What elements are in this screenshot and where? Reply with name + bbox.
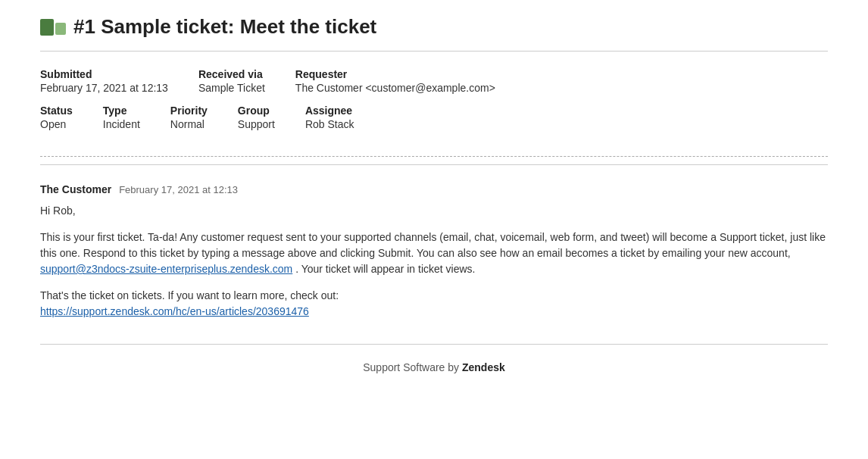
- group-label: Group: [238, 105, 275, 117]
- submitted-item: Submitted February 17, 2021 at 12:13: [40, 68, 168, 94]
- message-author: The Customer: [40, 183, 111, 195]
- conversation-section: The Customer February 17, 2021 at 12:13 …: [40, 171, 828, 338]
- header-divider: [40, 51, 828, 52]
- footer: Support Software by Zendesk: [40, 351, 828, 381]
- status-value: Open: [40, 118, 73, 130]
- requester-item: Requester The Customer <customer@example…: [295, 68, 495, 94]
- footer-divider: [40, 344, 828, 345]
- message-body2: That's the ticket on tickets. If you wan…: [40, 288, 828, 320]
- message-body1: This is your first ticket. Ta-da! Any cu…: [40, 230, 828, 277]
- zendesk-article-link[interactable]: https://support.zendesk.com/hc/en-us/art…: [40, 305, 309, 317]
- requester-label: Requester: [295, 68, 495, 80]
- assignee-item: Assignee Rob Stack: [305, 105, 354, 130]
- assignee-label: Assignee: [305, 105, 354, 117]
- conversation-top-divider: [40, 164, 828, 165]
- footer-text: Support Software by: [363, 361, 459, 373]
- message-body1-suffix: . Your ticket will appear in ticket view…: [295, 263, 475, 275]
- meta-divider: [40, 156, 828, 157]
- group-item: Group Support: [238, 105, 275, 130]
- received-via-item: Received via Sample Ticket: [198, 68, 265, 94]
- message-body1-text: This is your first ticket. Ta-da! Any cu…: [40, 231, 826, 259]
- support-email-link[interactable]: support@z3ndocs-zsuite-enterpriseplus.ze…: [40, 263, 292, 275]
- meta-row-2: Status Open Type Incident Priority Norma…: [40, 105, 828, 130]
- type-value: Incident: [103, 118, 140, 130]
- requester-value: The Customer <customer@example.com>: [295, 82, 495, 94]
- ticket-title: #1 Sample ticket: Meet the ticket: [73, 15, 376, 39]
- ticket-header: #1 Sample ticket: Meet the ticket: [40, 15, 828, 39]
- status-item: Status Open: [40, 105, 73, 130]
- message-body2-text: That's the ticket on tickets. If you wan…: [40, 289, 339, 301]
- message-header: The Customer February 17, 2021 at 12:13: [40, 183, 828, 195]
- priority-label: Priority: [170, 105, 208, 117]
- page-wrapper: #1 Sample ticket: Meet the ticket Submit…: [17, 0, 851, 396]
- submitted-value: February 17, 2021 at 12:13: [40, 82, 168, 94]
- received-via-label: Received via: [198, 68, 265, 80]
- priority-value: Normal: [170, 118, 208, 130]
- message-greeting: Hi Rob,: [40, 203, 828, 219]
- type-label: Type: [103, 105, 140, 117]
- icon-square-light: [55, 23, 66, 35]
- message-body: Hi Rob, This is your first ticket. Ta-da…: [40, 203, 828, 320]
- icon-square-dark: [40, 19, 54, 36]
- message-timestamp: February 17, 2021 at 12:13: [119, 184, 238, 195]
- priority-item: Priority Normal: [170, 105, 208, 130]
- meta-section: Submitted February 17, 2021 at 12:13 Rec…: [40, 58, 828, 148]
- footer-brand: Zendesk: [462, 361, 505, 373]
- received-via-value: Sample Ticket: [198, 82, 265, 94]
- ticket-icon: [40, 19, 66, 36]
- meta-row-1: Submitted February 17, 2021 at 12:13 Rec…: [40, 68, 828, 94]
- type-item: Type Incident: [103, 105, 140, 130]
- status-label: Status: [40, 105, 73, 117]
- group-value: Support: [238, 118, 275, 130]
- submitted-label: Submitted: [40, 68, 168, 80]
- assignee-value: Rob Stack: [305, 118, 354, 130]
